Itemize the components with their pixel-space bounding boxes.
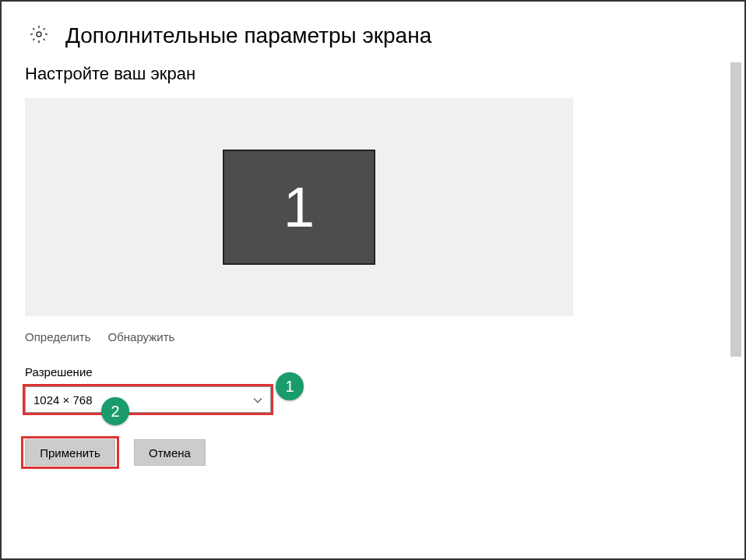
scrollbar-thumb[interactable]	[730, 62, 741, 357]
detect-link[interactable]: Обнаружить	[108, 330, 175, 343]
resolution-label: Разрешение	[2, 357, 744, 386]
apply-button[interactable]: Применить	[25, 439, 115, 466]
chevron-down-icon	[253, 393, 262, 407]
header: Дополнительные параметры экрана	[2, 2, 744, 64]
monitor-1[interactable]: 1	[223, 150, 375, 265]
monitor-links: Определить Обнаружить	[2, 324, 744, 357]
gear-icon	[30, 25, 48, 47]
annotation-badge-1: 1	[276, 372, 304, 400]
section-title: Настройте ваш экран	[2, 64, 744, 98]
cancel-button[interactable]: Отмена	[134, 439, 206, 466]
monitor-number: 1	[283, 175, 315, 239]
annotation-badge-2: 2	[101, 397, 129, 425]
svg-point-0	[37, 32, 41, 37]
resolution-dropdown[interactable]: 1024 × 768	[25, 386, 271, 413]
monitor-preview-area: 1	[25, 98, 573, 316]
page-title: Дополнительные параметры экрана	[65, 23, 431, 48]
resolution-value: 1024 × 768	[33, 393, 93, 407]
identify-link[interactable]: Определить	[25, 330, 91, 343]
